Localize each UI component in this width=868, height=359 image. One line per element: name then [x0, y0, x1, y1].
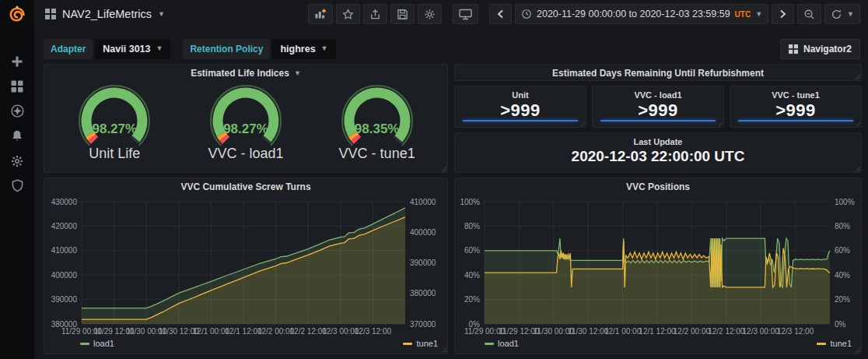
legend-label: tune1	[830, 339, 852, 348]
navigator2-link-button[interactable]: Navigator2	[780, 39, 860, 59]
server-admin-shield-icon[interactable]	[7, 179, 27, 192]
variable-retention-label: Retention Policy	[183, 39, 270, 59]
gauge-label: Unit Life	[52, 146, 177, 162]
svg-text:100%: 100%	[460, 198, 480, 206]
time-shift-back-button[interactable]	[489, 4, 512, 24]
svg-text:12/1 12:00: 12/1 12:00	[225, 327, 262, 336]
positions-chart[interactable]: 100%80%60%40%20%0%100%80%60%40%20%0%11/2…	[455, 195, 861, 336]
add-panel-button[interactable]	[308, 4, 333, 24]
svg-text:80%: 80%	[835, 222, 850, 231]
svg-text:420000: 420000	[51, 222, 78, 231]
svg-text:12/3 00:00: 12/3 00:00	[743, 327, 780, 336]
dashboard-canvas: Adapter Navii 3013 ▼ Retention Policy hi…	[34, 28, 868, 359]
panel-title-screw-turns[interactable]: VVC Cumulative Screw Turns	[44, 178, 447, 195]
dashboards-icon[interactable]	[7, 79, 27, 93]
stats-row: Unit >999 VVC - load1 >999 VVC - tune1 >…	[454, 86, 862, 128]
svg-text:40%: 40%	[835, 271, 850, 280]
variable-adapter-label: Adapter	[44, 39, 93, 59]
legend-swatch-green	[485, 343, 494, 345]
stat-panel-vvc-load1: VVC - load1 >999	[592, 86, 724, 128]
panel-title-days-remaining[interactable]: Estimated Days Remaining Until Refurbish…	[455, 65, 861, 82]
gauge-arc	[187, 82, 304, 149]
zoom-out-time-button[interactable]	[797, 4, 821, 24]
svg-text:12/3 00:00: 12/3 00:00	[322, 327, 359, 336]
gauge-row: 98.27% Unit Life 98.27% VVC - load1 98.3…	[44, 82, 447, 162]
chevron-down-icon: ▼	[158, 11, 165, 18]
positions-legend: load1 tune1	[455, 339, 861, 350]
svg-text:380000: 380000	[410, 289, 436, 297]
legend-item-tune1[interactable]: tune1	[403, 339, 438, 348]
gauge-arc	[319, 82, 436, 149]
variable-adapter-value[interactable]: Navii 3013 ▼	[95, 39, 170, 59]
explore-compass-icon[interactable]	[7, 104, 27, 118]
svg-text:60%: 60%	[464, 246, 480, 255]
chevron-down-icon: ▼	[156, 45, 163, 52]
top-navbar: NAV2_LifeMetrics ▼	[0, 0, 868, 28]
variable-retention-value[interactable]: highres ▼	[272, 39, 335, 59]
svg-text:390000: 390000	[51, 295, 78, 304]
gear-icon	[424, 9, 436, 20]
svg-text:20%: 20%	[464, 295, 480, 304]
stat-sparkline	[463, 120, 578, 121]
panel-estimated-life-indices: Estimated Life Indices ▼ 98.27% Unit Lif…	[44, 64, 448, 173]
stat-sparkline	[738, 120, 853, 121]
svg-text:80%: 80%	[464, 222, 480, 231]
refresh-interval-dropdown[interactable]: ▼	[847, 11, 854, 18]
screw-turns-chart[interactable]: 4300004200004100004000003900003800004100…	[44, 195, 447, 336]
refresh-icon	[831, 9, 842, 20]
svg-text:20%: 20%	[835, 295, 850, 304]
svg-text:12/2 00:00: 12/2 00:00	[257, 327, 295, 336]
dashboard-title-button[interactable]: NAV2_LifeMetrics ▼	[45, 8, 165, 20]
svg-text:40%: 40%	[464, 271, 480, 280]
clock-icon	[521, 9, 532, 19]
panel-menu-caret-icon: ▼	[294, 70, 301, 77]
svg-text:0%: 0%	[835, 320, 846, 329]
legend-label: load1	[498, 339, 519, 348]
alerting-bell-icon[interactable]	[7, 129, 27, 143]
save-button[interactable]	[390, 4, 415, 24]
legend-item-load1[interactable]: load1	[485, 339, 519, 348]
svg-text:410000: 410000	[410, 198, 436, 206]
panel-days-remaining-header: Estimated Days Remaining Until Refurbish…	[454, 64, 862, 81]
time-shift-forward-button[interactable]	[772, 4, 794, 24]
share-icon	[369, 9, 381, 20]
dashboard-title: NAV2_LifeMetrics	[62, 8, 152, 20]
gauge-value: 98.35%	[315, 121, 439, 137]
configuration-gear-icon[interactable]	[7, 154, 27, 167]
star-button[interactable]	[336, 4, 360, 24]
svg-text:410000: 410000	[51, 246, 78, 255]
legend-item-tune1[interactable]: tune1	[817, 339, 852, 348]
panel-title-last-update[interactable]: Last Update	[455, 137, 861, 146]
time-range-picker[interactable]: 2020-11-29 00:00:00 to 2020-12-03 23:59:…	[515, 4, 768, 24]
tv-mode-button[interactable]	[453, 4, 478, 24]
dashboard-settings-button[interactable]	[418, 4, 442, 24]
left-sidebar	[0, 28, 34, 359]
stat-title[interactable]: VVC - tune1	[730, 90, 861, 100]
chevron-left-icon	[497, 9, 504, 19]
stat-value: >999	[730, 100, 861, 121]
svg-text:12/1 00:00: 12/1 00:00	[193, 327, 230, 336]
share-button[interactable]	[363, 4, 387, 24]
svg-text:12/2 12:00: 12/2 12:00	[290, 327, 327, 336]
panel-title-text: VVC Cumulative Screw Turns	[180, 181, 310, 192]
screw-turns-legend: load1 tune1	[44, 339, 447, 350]
timezone-label: UTC	[735, 10, 751, 19]
stat-title[interactable]: Unit	[455, 90, 586, 100]
monitor-icon	[459, 9, 472, 20]
grafana-logo[interactable]	[0, 0, 34, 28]
refresh-button[interactable]: ▼	[824, 4, 860, 24]
create-plus-icon[interactable]	[7, 55, 27, 68]
legend-swatch-yellow	[403, 343, 412, 345]
stat-title[interactable]: VVC - load1	[593, 90, 723, 100]
panel-title-vvc-positions[interactable]: VVC Positions	[455, 178, 861, 195]
variable-retention-policy: Retention Policy highres ▼	[183, 39, 335, 59]
legend-item-load1[interactable]: load1	[80, 339, 114, 348]
add-panel-icon	[314, 8, 327, 20]
panel-title-estimated-life-indices[interactable]: Estimated Life Indices ▼	[44, 65, 447, 82]
stat-value: >999	[455, 100, 586, 121]
gauge-value: 98.27%	[184, 121, 308, 137]
panel-title-text: VVC Positions	[626, 181, 690, 192]
panel-vvc-cumulative-screw-turns: VVC Cumulative Screw Turns 4300004200004…	[44, 178, 448, 354]
star-icon	[342, 9, 354, 20]
svg-text:12/1 00:00: 12/1 00:00	[604, 327, 642, 336]
